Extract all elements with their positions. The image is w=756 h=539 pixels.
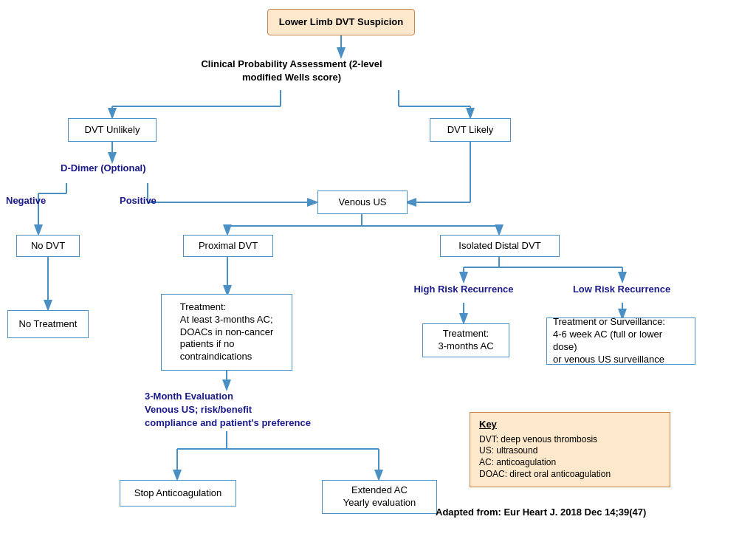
- key-title: Key: [479, 419, 661, 431]
- extended-ac-node: Extended AC Yearly evaluation: [322, 480, 437, 514]
- extended-ac-label: Extended AC Yearly evaluation: [343, 484, 416, 509]
- d-dimer-label: D-Dimer (Optional): [61, 162, 170, 174]
- negative-label: Negative: [6, 195, 46, 206]
- treatment-surveillance-label: Treatment or Surveillance: 4-6 week AC (…: [553, 316, 689, 366]
- treatment-proximal-label: Treatment: At least 3-months AC; DOACs i…: [180, 301, 273, 363]
- venous-us-node: Venous US: [317, 190, 408, 214]
- dvt-likely-node: DVT Likely: [430, 118, 511, 142]
- no-dvt-node: No DVT: [16, 235, 80, 257]
- no-dvt-label: No DVT: [31, 240, 65, 253]
- flowchart: Lower Limb DVT Suspicion Clinical Probab…: [0, 0, 756, 539]
- treatment-3months-label: Treatment: 3-months AC: [438, 328, 493, 353]
- key-line1: DVT: deep venous thrombosis: [479, 434, 661, 446]
- no-treatment-node: No Treatment: [7, 310, 89, 338]
- proximal-dvt-node: Proximal DVT: [183, 235, 273, 257]
- positive-label: Positive: [120, 195, 157, 206]
- isolated-distal-label: Isolated Distal DVT: [458, 240, 540, 253]
- treatment-proximal-node: Treatment: At least 3-months AC; DOACs i…: [161, 294, 292, 371]
- low-risk-label: Low Risk Recurrence: [563, 284, 681, 295]
- dvt-likely-label: DVT Likely: [447, 124, 494, 137]
- key-line2: US: ultrasound: [479, 445, 661, 457]
- key-line3: AC: anticoagulation: [479, 457, 661, 469]
- no-treatment-label: No Treatment: [19, 318, 78, 331]
- isolated-distal-node: Isolated Distal DVT: [440, 235, 560, 257]
- start-node: Lower Limb DVT Suspicion: [267, 9, 415, 35]
- venous-us-label: Venous US: [338, 196, 386, 209]
- proximal-dvt-label: Proximal DVT: [199, 240, 258, 253]
- treatment-surveillance-node: Treatment or Surveillance: 4-6 week AC (…: [546, 317, 695, 365]
- high-risk-label: High Risk Recurrence: [405, 284, 523, 295]
- three-month-eval-label: 3-Month Evaluation Venous US; risk/benef…: [145, 390, 322, 430]
- key-box: Key DVT: deep venous thrombosis US: ultr…: [470, 412, 670, 487]
- key-line4: DOAC: direct oral anticoagulation: [479, 469, 661, 481]
- treatment-3months-node: Treatment: 3-months AC: [422, 323, 509, 357]
- adapted-from: Adapted from: Eur Heart J. 2018 Dec 14;3…: [436, 507, 646, 518]
- start-label: Lower Limb DVT Suspicion: [279, 16, 403, 29]
- dvt-unlikely-node: DVT Unlikely: [68, 118, 157, 142]
- stop-anticoag-node: Stop Anticoagulation: [120, 480, 236, 507]
- stop-anticoag-label: Stop Anticoagulation: [134, 487, 222, 500]
- dvt-unlikely-label: DVT Unlikely: [85, 124, 140, 137]
- cpa-label: Clinical Probability Assessment (2-level…: [192, 58, 391, 83]
